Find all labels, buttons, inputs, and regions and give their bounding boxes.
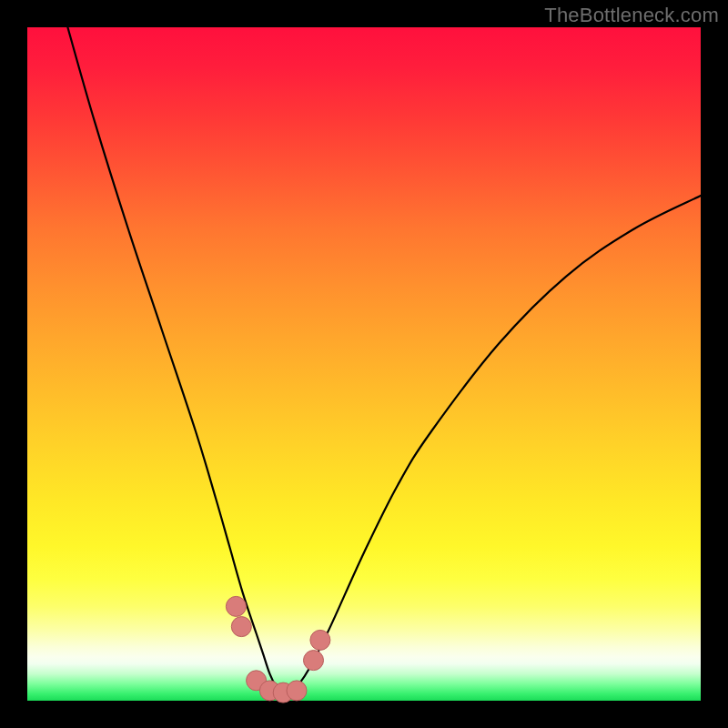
- chart-frame: TheBottleneck.com: [0, 0, 728, 728]
- curve-marker: [304, 651, 324, 671]
- curve-markers: [226, 596, 330, 703]
- curve-marker: [310, 630, 330, 650]
- bottleneck-curve: [67, 27, 701, 695]
- plot-area: [27, 27, 701, 701]
- curve-marker: [287, 681, 307, 701]
- watermark-text: TheBottleneck.com: [544, 4, 719, 27]
- curve-marker: [231, 617, 251, 637]
- curve-layer: [27, 27, 701, 701]
- curve-marker: [226, 596, 246, 616]
